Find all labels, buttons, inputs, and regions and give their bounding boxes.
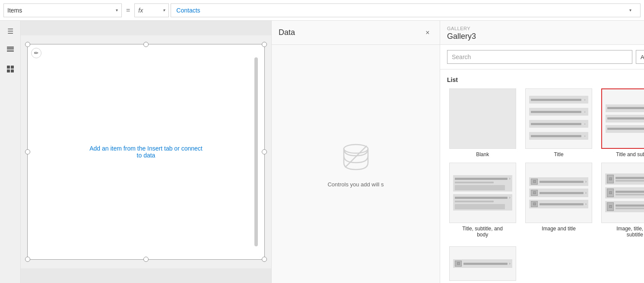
layout-grid: Blank › › (447, 88, 644, 238)
handle-top-right[interactable] (262, 42, 267, 47)
equals-sign: = (124, 6, 133, 14)
layout-name-image-title: Image and title (542, 226, 576, 232)
formula-bar[interactable]: Contacts ▾ (171, 3, 641, 17)
layout-name-title-subtitle: Title and subtitle (616, 151, 644, 157)
edit-icon[interactable]: ✏ (31, 48, 41, 58)
layout-thumb-extra: 🖼 › (449, 246, 516, 281)
layout-grid-row2: 🖼 › (447, 246, 644, 283)
selection-box[interactable]: ✏ Add an item from the Insert tab or con… (27, 44, 265, 260)
layout-name-title: Title (554, 151, 563, 157)
data-panel-body: Controls you add will s (272, 45, 440, 283)
layout-thumb-title-subtitle: › › (601, 88, 644, 149)
search-input[interactable]: Search (447, 50, 632, 64)
canvas-scrollbar[interactable] (254, 57, 258, 246)
gallery-label: GALLERY (447, 26, 476, 31)
fx-label: fx (138, 7, 143, 14)
formula-value: Contacts (176, 7, 629, 14)
layout-name-title-subtitle-body: Title, subtitle, andbody (462, 226, 503, 238)
gallery-header-row: GALLERY Gallery3 ? (447, 26, 644, 41)
search-row: Search All ▾ (440, 45, 644, 69)
layout-item-title-subtitle[interactable]: › › (600, 88, 644, 157)
filter-label: All (641, 54, 644, 60)
layout-item-title-subtitle-body[interactable]: › › (447, 163, 518, 238)
svg-rect-1 (7, 50, 14, 52)
svg-rect-6 (11, 69, 14, 72)
layout-item-image-title-subtitle[interactable]: 🖼 › 🖼 (600, 163, 644, 238)
main-area: ☰ (0, 21, 644, 283)
handle-bottom-left[interactable] (25, 257, 30, 262)
handle-bottom-right[interactable] (262, 257, 267, 262)
data-panel-title: Data (279, 28, 295, 37)
layout-name-image-title-subtitle: Image, title, andsubtitle (616, 226, 644, 238)
fx-chevron: ▾ (163, 8, 165, 13)
name-box-chevron: ▾ (116, 8, 118, 13)
layout-thumb-blank (449, 88, 516, 149)
grid-icon[interactable] (5, 64, 16, 74)
gallery-title: Gallery3 (447, 32, 476, 41)
name-box[interactable]: Items ▾ (3, 3, 122, 17)
canvas-placeholder: Add an item from the Insert tab or conne… (87, 145, 205, 159)
layout-thumb-title-subtitle-body: › › (449, 163, 516, 223)
gallery-panel-header: GALLERY Gallery3 ? (440, 21, 644, 45)
layout-name-blank: Blank (476, 151, 489, 157)
hamburger-icon[interactable]: ☰ (5, 26, 16, 36)
svg-rect-0 (7, 48, 14, 50)
filter-dropdown[interactable]: All ▾ (636, 50, 644, 64)
svg-line-10 (345, 146, 367, 167)
gallery-body: List Blank › (440, 69, 644, 283)
handle-middle-right[interactable] (262, 149, 267, 154)
handle-bottom-center[interactable] (143, 257, 149, 262)
database-icon (339, 139, 373, 174)
layers-icon[interactable] (5, 45, 16, 55)
svg-rect-4 (11, 66, 14, 69)
top-bar: Items ▾ = fx ▾ Contacts ▾ (0, 0, 644, 21)
layout-thumb-title: › › › › (525, 88, 592, 149)
data-panel-header: Data × (272, 21, 440, 45)
data-panel: Data × Controls you add will s (271, 21, 440, 283)
canvas-area: ✏ Add an item from the Insert tab or con… (21, 21, 271, 283)
formula-bar-chevron: ▾ (629, 8, 635, 13)
data-panel-close-button[interactable]: × (422, 28, 433, 38)
layout-thumb-image-title: 🖼 › 🖼 › 🖼 (525, 163, 592, 223)
layout-item-title[interactable]: › › › › (523, 88, 594, 157)
fx-box[interactable]: fx ▾ (134, 3, 169, 17)
layout-item-extra[interactable]: 🖼 › (447, 246, 518, 283)
handle-top-left[interactable] (25, 42, 30, 47)
layout-item-image-title[interactable]: 🖼 › 🖼 › 🖼 (523, 163, 594, 238)
layout-thumb-image-title-subtitle: 🖼 › 🖼 (601, 163, 644, 223)
left-sidebar: ☰ (0, 21, 21, 283)
handle-middle-left[interactable] (25, 149, 30, 154)
data-panel-description: Controls you add will s (327, 181, 384, 189)
svg-rect-5 (7, 69, 10, 72)
canvas-inner: ✏ Add an item from the Insert tab or con… (21, 35, 271, 268)
gallery-panel: GALLERY Gallery3 ? Search All ▾ List (440, 21, 644, 283)
layout-item-blank[interactable]: Blank (447, 88, 518, 157)
svg-rect-3 (7, 66, 10, 69)
canvas-placeholder-text: Add an item from the Insert tab (89, 145, 174, 152)
name-box-value: Items (7, 7, 22, 14)
svg-rect-2 (7, 47, 14, 48)
handle-top-center[interactable] (143, 42, 149, 47)
section-list-label: List (447, 76, 644, 83)
search-placeholder: Search (452, 53, 471, 60)
